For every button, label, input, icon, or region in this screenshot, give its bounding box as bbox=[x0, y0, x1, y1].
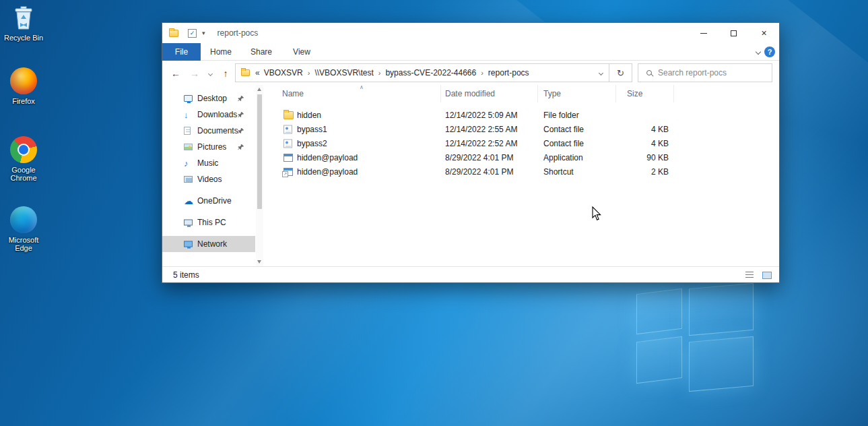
sidebar-item-pictures[interactable]: Pictures bbox=[162, 139, 255, 155]
tab-file[interactable]: File bbox=[162, 43, 201, 61]
sidebar-item-onedrive[interactable]: OneDrive bbox=[162, 193, 255, 209]
contact-icon bbox=[283, 139, 292, 148]
ribbon-tab-bar: File Home Share View ? bbox=[162, 43, 779, 61]
close-button[interactable]: × bbox=[749, 23, 779, 43]
desktop-icon-label: Recycle Bin bbox=[4, 34, 43, 42]
file-date-modified: 12/14/2022 2:52 AM bbox=[441, 139, 538, 148]
music-icon bbox=[184, 158, 189, 169]
minimize-button[interactable] bbox=[688, 23, 719, 43]
column-header-date-modified[interactable]: Date modified bbox=[441, 85, 538, 102]
chrome-icon bbox=[10, 136, 37, 163]
pin-icon bbox=[238, 111, 244, 120]
scroll-up-icon[interactable] bbox=[257, 88, 261, 91]
desktop-icon-google-chrome[interactable]: Google Chrome bbox=[1, 136, 46, 182]
contact-icon bbox=[283, 125, 292, 133]
desktop-icon-microsoft-edge[interactable]: Microsoft Edge bbox=[1, 206, 46, 252]
breadcrumb-separator-icon[interactable]: › bbox=[476, 69, 488, 77]
file-row[interactable]: hidden@payload8/29/2022 4:01 PMShortcut2… bbox=[263, 164, 779, 179]
recent-locations-dropdown[interactable] bbox=[204, 66, 216, 81]
quick-access-properties-icon[interactable]: ✓ bbox=[188, 29, 197, 38]
file-row[interactable]: hidden12/14/2022 5:09 AMFile folder bbox=[263, 108, 779, 122]
maximize-button[interactable] bbox=[719, 23, 749, 43]
videos-icon bbox=[184, 176, 193, 183]
wallpaper-window-pane bbox=[689, 336, 754, 392]
nav-pane-list: DesktopDownloadsDocumentsPicturesMusicVi… bbox=[162, 90, 263, 252]
network-icon bbox=[184, 241, 193, 247]
navigation-pane: DesktopDownloadsDocumentsPicturesMusicVi… bbox=[162, 85, 263, 266]
refresh-button[interactable]: ↻ bbox=[609, 63, 632, 82]
search-box[interactable] bbox=[638, 63, 772, 82]
file-size: 4 KB bbox=[616, 139, 674, 148]
tab-view[interactable]: View bbox=[281, 43, 322, 61]
titlebar[interactable]: ✓ ▾ report-pocs × bbox=[162, 23, 779, 43]
breadcrumb-segment[interactable]: VBOXSVR bbox=[264, 68, 303, 78]
sidebar-item-label: Music bbox=[197, 158, 218, 168]
sidebar-item-documents[interactable]: Documents bbox=[162, 123, 255, 139]
file-row[interactable]: hidden@payload8/29/2022 4:01 PMApplicati… bbox=[263, 150, 779, 164]
sidebar-item-network[interactable]: Network bbox=[162, 236, 255, 252]
ribbon-collapse-icon[interactable] bbox=[756, 49, 761, 55]
window-title: report-pocs bbox=[218, 28, 259, 38]
chevron-down-icon bbox=[599, 70, 603, 75]
file-type: Contact file bbox=[538, 125, 616, 134]
window-folder-icon bbox=[169, 30, 178, 37]
address-dropdown-button[interactable] bbox=[593, 64, 609, 82]
sidebar-item-label: Videos bbox=[197, 175, 222, 184]
desktop-icon-label: Microsoft Edge bbox=[1, 236, 46, 252]
explorer-window: ✓ ▾ report-pocs × File Home Share View ?… bbox=[162, 22, 780, 283]
details-view-button[interactable] bbox=[743, 270, 756, 280]
breadcrumb-overflow-icon[interactable]: « bbox=[255, 68, 260, 78]
file-size: 90 KB bbox=[616, 153, 674, 162]
sidebar-scrollbar[interactable] bbox=[256, 85, 263, 266]
forward-button[interactable]: → bbox=[187, 66, 203, 81]
thumbnails-view-icon bbox=[762, 272, 772, 279]
up-button[interactable]: ↑ bbox=[218, 66, 234, 81]
content-area: DesktopDownloadsDocumentsPicturesMusicVi… bbox=[162, 85, 779, 266]
desktop: Recycle Bin Firefox Google Chrome Micros… bbox=[0, 0, 868, 426]
sidebar-item-desktop[interactable]: Desktop bbox=[162, 90, 255, 106]
sort-ascending-icon[interactable]: ∧ bbox=[360, 84, 364, 90]
file-date-modified: 12/14/2022 2:55 AM bbox=[441, 125, 538, 134]
sidebar-item-music[interactable]: Music bbox=[162, 155, 255, 171]
wallpaper-window-pane bbox=[636, 336, 682, 384]
pin-icon bbox=[238, 94, 244, 104]
close-icon: × bbox=[761, 28, 766, 38]
address-bar[interactable]: « VBOXSVR›\\VBOXSVR\test›bypass-CVE-2022… bbox=[235, 63, 609, 82]
column-header-size[interactable]: Size bbox=[616, 85, 674, 102]
sidebar-item-videos[interactable]: Videos bbox=[162, 171, 255, 187]
column-header-name[interactable]: Name bbox=[263, 85, 441, 102]
items-count: 5 items bbox=[162, 270, 199, 280]
breadcrumb-segment[interactable]: \\VBOXSVR\test bbox=[314, 68, 373, 78]
scrollbar-thumb[interactable] bbox=[257, 94, 262, 209]
details-view-icon bbox=[745, 272, 754, 278]
scroll-down-icon[interactable] bbox=[257, 260, 261, 264]
file-size: 4 KB bbox=[616, 125, 674, 134]
file-list: hidden12/14/2022 5:09 AMFile folderbypas… bbox=[263, 108, 779, 179]
breadcrumb-segment[interactable]: report-pocs bbox=[488, 68, 529, 78]
sidebar-item-downloads[interactable]: Downloads bbox=[162, 106, 255, 123]
file-row[interactable]: bypass212/14/2022 2:52 AMContact file4 K… bbox=[263, 136, 779, 150]
file-row[interactable]: bypass112/14/2022 2:55 AMContact file4 K… bbox=[263, 122, 779, 136]
tab-home[interactable]: Home bbox=[201, 43, 241, 61]
shortcut-icon bbox=[283, 168, 293, 176]
wallpaper-window-pane bbox=[689, 283, 754, 336]
window-controls: × bbox=[688, 23, 779, 43]
file-date-modified: 8/29/2022 4:01 PM bbox=[441, 153, 538, 162]
sidebar-item-label: Pictures bbox=[197, 142, 226, 152]
breadcrumb-separator-icon[interactable]: › bbox=[374, 69, 386, 77]
help-icon[interactable]: ? bbox=[764, 47, 775, 57]
tab-share[interactable]: Share bbox=[241, 43, 281, 61]
back-button[interactable]: ← bbox=[168, 66, 184, 81]
column-header-type[interactable]: Type bbox=[538, 85, 616, 102]
desktop-icon-firefox[interactable]: Firefox bbox=[1, 67, 46, 105]
file-type: Shortcut bbox=[538, 167, 616, 177]
desktop-icon-recycle-bin[interactable]: Recycle Bin bbox=[1, 4, 46, 42]
documents-icon bbox=[184, 127, 191, 135]
sidebar-item-label: Documents bbox=[197, 126, 238, 135]
breadcrumb-separator-icon[interactable]: › bbox=[303, 69, 315, 77]
sidebar-item-this-pc[interactable]: This PC bbox=[162, 214, 255, 231]
breadcrumb-segment[interactable]: bypass-CVE-2022-44666 bbox=[385, 68, 476, 78]
search-input[interactable] bbox=[658, 68, 772, 78]
quick-access-dropdown-icon[interactable]: ▾ bbox=[202, 30, 205, 36]
thumbnails-view-button[interactable] bbox=[760, 270, 774, 280]
